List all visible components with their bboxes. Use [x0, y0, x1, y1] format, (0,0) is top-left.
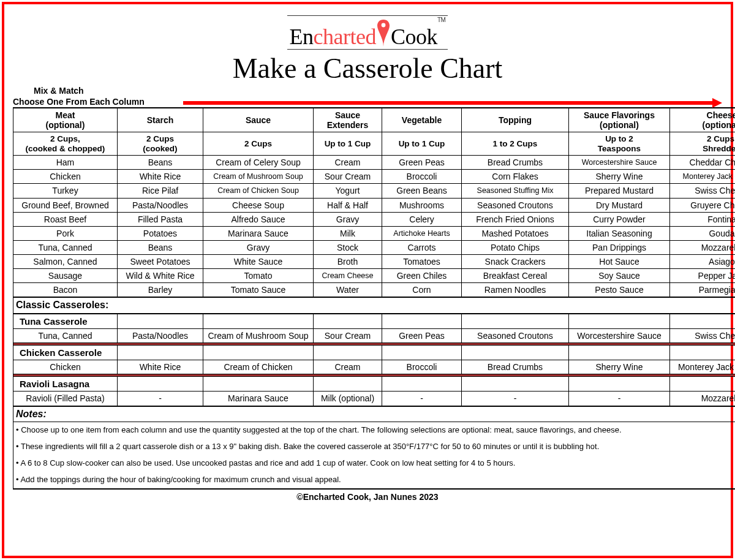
table-row: Ground Beef, BrownedPasta/NoodlesCheese …	[13, 198, 736, 212]
mix-match-hint: Mix & Match Choose One From Each Column	[13, 86, 722, 107]
empty-cell	[118, 314, 203, 329]
empty-cell	[569, 345, 670, 360]
table-cell: Hot Sauce	[569, 254, 670, 268]
recipe-cell: Ravioli (Filled Pasta)	[13, 392, 118, 406]
note-row: Add the toppings during the hour of baki…	[13, 472, 736, 489]
empty-cell	[462, 314, 569, 329]
logo-text-pre: En	[290, 25, 314, 49]
table-cell: Soy Sauce	[569, 268, 670, 282]
table-cell: Sausage	[13, 268, 118, 282]
empty-cell	[462, 345, 569, 360]
empty-cell	[382, 314, 462, 329]
note-cell: Add the toppings during the hour of baki…	[13, 472, 736, 489]
recipe-cell: Cream of Mushroom Soup	[203, 328, 314, 342]
empty-cell	[569, 377, 670, 392]
column-header: Topping	[462, 108, 569, 132]
page-title: Make a Casserole Chart	[13, 52, 722, 85]
table-cell: Breakfast Cereal	[462, 268, 569, 282]
empty-cell	[382, 345, 462, 360]
table-cell: Monterey Jack Cheese	[670, 170, 736, 184]
recipe-cell: -	[382, 392, 462, 406]
recipe-name-cell: Chicken Casserole	[13, 345, 118, 360]
notes-heading-cell: Notes:	[13, 406, 736, 422]
recipe-name-cell: Tuna Casserole	[13, 314, 118, 329]
table-cell: Celery	[382, 212, 462, 226]
table-cell: Mashed Potatoes	[462, 226, 569, 240]
column-quantity: Up to 1 Cup	[314, 132, 382, 156]
recipe-cell: -	[569, 392, 670, 406]
empty-cell	[462, 377, 569, 392]
table-cell: Cream of Celery Soup	[203, 156, 314, 170]
column-quantity: 1 to 2 Cups	[462, 132, 569, 156]
note-row: Choose up to one item from each column a…	[13, 422, 736, 438]
table-cell: Asiago	[670, 254, 736, 268]
recipe-cell: -	[462, 392, 569, 406]
table-row: SausageWild & White RiceTomatoCream Chee…	[13, 268, 736, 282]
table-cell: Cheddar Cheese	[670, 156, 736, 170]
recipe-row: Ravioli (Filled Pasta)-Marinara SauceMil…	[13, 392, 736, 406]
empty-cell	[670, 345, 736, 360]
logo: EnchartedCookTM	[13, 15, 722, 50]
recipe-cell: Sherry Wine	[569, 360, 670, 374]
table-cell: Seasoned Stuffing Mix	[462, 184, 569, 198]
table-cell: Half & Half	[314, 198, 382, 212]
column-header: Sauce Flavorings(optional)	[569, 108, 670, 132]
table-cell: Pesto Sauce	[569, 283, 670, 298]
recipe-cell: Sour Cream	[314, 328, 382, 342]
classics-heading: Classic Casseroles:	[13, 297, 736, 313]
header-row: Meat(optional)StarchSauceSauceExtendersV…	[13, 108, 736, 132]
table-cell: Cream	[314, 156, 382, 170]
column-header: Meat(optional)	[13, 108, 118, 132]
recipe-cell: Broccoli	[382, 360, 462, 374]
table-row: ChickenWhite RiceCream of Mushroom SoupS…	[13, 170, 736, 184]
table-cell: Swiss Cheese	[670, 184, 736, 198]
column-quantity: 2 Cups,(cooked & chopped)	[13, 132, 118, 156]
table-cell: Filled Pasta	[118, 212, 203, 226]
note-cell: Choose up to one item from each column a…	[13, 422, 736, 438]
recipe-row: ChickenWhite RiceCream of ChickenCreamBr…	[13, 360, 736, 374]
column-header: Sauce	[203, 108, 314, 132]
table-cell: Chicken	[13, 170, 118, 184]
table-row: BaconBarleyTomato SauceWaterCornRamen No…	[13, 283, 736, 298]
empty-cell	[118, 345, 203, 360]
table-cell: French Fried Onions	[462, 212, 569, 226]
table-cell: Bacon	[13, 283, 118, 298]
recipe-cell: Bread Crumbs	[462, 360, 569, 374]
recipe-cell: Pasta/Noodles	[118, 328, 203, 342]
column-quantity: 2 Cups	[203, 132, 314, 156]
table-cell: Pork	[13, 226, 118, 240]
empty-cell	[569, 314, 670, 329]
empty-cell	[314, 377, 382, 392]
table-cell: Potato Chips	[462, 240, 569, 254]
empty-cell	[118, 377, 203, 392]
table-cell: Green Peas	[382, 156, 462, 170]
note-cell: These ingredients will fill a 2 quart ca…	[13, 439, 736, 455]
table-cell: Green Chiles	[382, 268, 462, 282]
arrow-icon	[183, 101, 722, 105]
table-cell: Broccoli	[382, 170, 462, 184]
table-cell: Cream of Chicken Soup	[203, 184, 314, 198]
note-row: A 6 to 8 Cup slow-cooker can also be use…	[13, 455, 736, 472]
casserole-chart: Meat(optional)StarchSauceSauceExtendersV…	[13, 107, 735, 490]
table-cell: Dry Mustard	[569, 198, 670, 212]
recipe-cell: Marinara Sauce	[203, 392, 314, 406]
mix-match-line1: Mix & Match	[13, 86, 722, 97]
empty-cell	[203, 345, 314, 360]
recipe-cell: Swiss Cheese	[670, 328, 736, 342]
empty-cell	[670, 377, 736, 392]
table-cell: Wild & White Rice	[118, 268, 203, 282]
table-cell: Worcestershire Sauce	[569, 156, 670, 170]
column-quantity: Up to 2Teaspoons	[569, 132, 670, 156]
table-cell: Carrots	[382, 240, 462, 254]
recipe-cell: Seasoned Croutons	[462, 328, 569, 342]
table-cell: Prepared Mustard	[569, 184, 670, 198]
document-frame: EnchartedCookTM Make a Casserole Chart M…	[2, 2, 733, 558]
table-cell: Roast Beef	[13, 212, 118, 226]
empty-cell	[382, 377, 462, 392]
table-cell: Fontina	[670, 212, 736, 226]
table-cell: Tomato Sauce	[203, 283, 314, 298]
table-cell: Pan Drippings	[569, 240, 670, 254]
table-cell: Water	[314, 283, 382, 298]
table-cell: Salmon, Canned	[13, 254, 118, 268]
table-cell: Gruyere Cheese	[670, 198, 736, 212]
